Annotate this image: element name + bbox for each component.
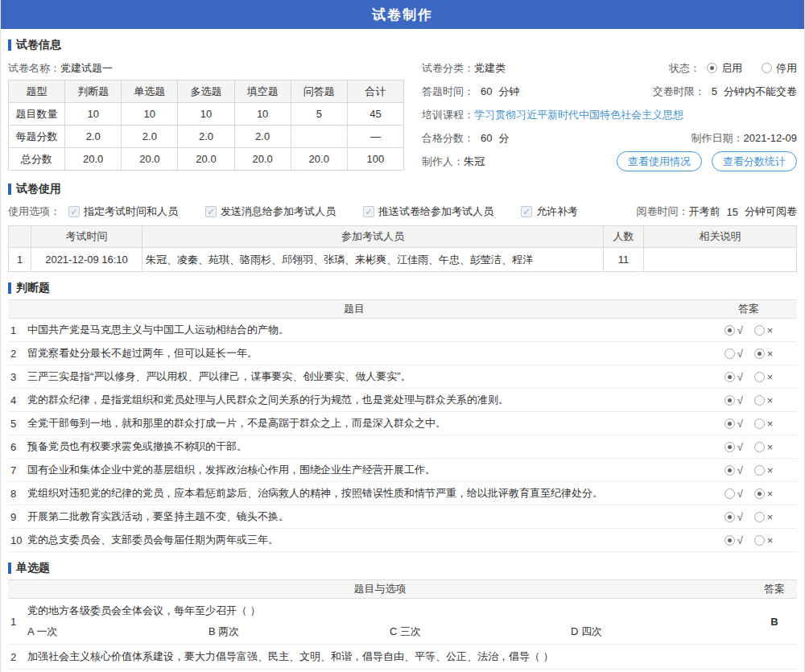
answer-time-label: 答题时间： <box>422 85 474 99</box>
single-col-question: 题目与选项 <box>8 582 752 596</box>
session-time: 2021-12-09 16:10 <box>31 248 142 272</box>
status-disabled-radio[interactable] <box>762 63 772 73</box>
judge-question-row: 8 党组织对违犯党的纪律的党员，应本着惩前毖后、治病救人的精神，按照错误性质和情… <box>8 482 797 505</box>
answer-right-radio[interactable] <box>724 372 735 382</box>
view-usage-button[interactable]: 查看使用情况 <box>617 151 702 171</box>
col-qa: 问答题 <box>291 80 347 103</box>
answer-right-radio[interactable] <box>724 489 735 499</box>
answer-wrong-pair: × <box>754 371 774 383</box>
answer-right-pair: √ <box>724 371 743 383</box>
answer-wrong-pair: × <box>754 511 774 523</box>
question-number: 3 <box>8 371 27 383</box>
status-group: 状态： 启用 停用 <box>669 61 797 76</box>
section-paper-usage-title: 试卷使用 <box>16 182 61 196</box>
question-number: 1 <box>8 324 27 336</box>
question-text: 国有企业和集体企业中党的基层组织，发挥政治核心作用，围绕企业生产经营开展工作。 <box>27 463 700 477</box>
answer-right-radio[interactable] <box>724 535 735 546</box>
app-header: 试卷制作 <box>1 0 804 29</box>
paper-info-body: 试卷名称： 党建试题一 题型 判断题 单选题 多选题 填空题 问答题 合计 <box>8 56 797 173</box>
answer-right-pair: √ <box>724 394 743 406</box>
review-time-label: 阅卷时间： <box>637 204 689 219</box>
wrong-symbol: × <box>767 394 774 406</box>
answer-options: √ × <box>700 371 797 383</box>
table-row-score-total: 总分数 20.0 20.0 20.0 20.0 20.0 100 <box>9 148 404 171</box>
single-question-list: 1 党的地方各级委员会全体会议，每年至少召开（ ） A 一次B 两次C 三次D … <box>8 599 797 670</box>
wrong-symbol: × <box>767 418 774 430</box>
status-enabled-radio[interactable] <box>707 63 717 73</box>
cell: 45 <box>347 103 403 126</box>
col-question-type: 题型 <box>9 80 65 103</box>
judge-col-answer: 答案 <box>700 302 797 316</box>
answer-right-pair: √ <box>724 324 743 336</box>
answer-wrong-radio[interactable] <box>754 325 765 336</box>
paper-name-row: 试卷名称： 党建试题一 <box>8 56 404 80</box>
answer-wrong-pair: × <box>754 464 774 476</box>
checkbox-checked-icon[interactable]: ✓ <box>363 206 374 217</box>
section-marker <box>8 563 11 574</box>
session-row: 1 2021-12-09 16:10 朱冠、凌秦、苑琪、骆雨杉、邱翎羽、张璘、来… <box>9 248 797 272</box>
judge-table-header: 题目 答案 <box>8 299 797 319</box>
question-number: 5 <box>8 418 27 430</box>
category-label: 试卷分类： <box>422 61 474 76</box>
exam-sessions-table: 考试时间 参加考试人员 人数 相关说明 1 2021-12-09 16:10 朱… <box>8 225 797 272</box>
answer-wrong-radio[interactable] <box>754 442 765 452</box>
answer-wrong-radio[interactable] <box>754 535 765 546</box>
wrong-symbol: × <box>767 464 774 476</box>
answer-right-radio[interactable] <box>724 512 735 522</box>
answer-right-radio[interactable] <box>724 465 735 476</box>
cell: 20.0 <box>234 148 291 171</box>
single-table-header: 题目与选项 答案 <box>8 579 797 599</box>
paper-name-value: 党建试题一 <box>60 61 113 76</box>
question-number: 10 <box>8 534 27 546</box>
judge-question-list: 1 中国共产党是马克思主义与中国工人运动相结合的产物。 √ × 2 留党察看处分… <box>8 319 797 552</box>
answer-right-radio[interactable] <box>724 348 735 359</box>
answer-right-radio[interactable] <box>724 442 735 452</box>
course-link[interactable]: 学习贯彻习近平新时代中国特色社会主义思想 <box>474 108 683 122</box>
judge-question-row: 5 全党干部每到一地，就和那里的群众打成一片，不是高踞于群众之上，而是深入群众之… <box>8 412 797 435</box>
session-note <box>644 248 797 272</box>
answer-wrong-pair: × <box>754 441 774 453</box>
answer-wrong-radio[interactable] <box>754 372 765 382</box>
wrong-symbol: × <box>767 348 774 360</box>
cell: 2.0 <box>178 126 234 148</box>
cell: 10 <box>122 103 178 126</box>
course-row: 培训课程： 学习贯彻习近平新时代中国特色社会主义思想 <box>422 103 797 126</box>
question-number: 8 <box>8 488 27 500</box>
answer-right-radio[interactable] <box>724 418 735 429</box>
answer-wrong-radio[interactable] <box>754 465 765 476</box>
session-count: 11 <box>604 248 644 272</box>
course-label: 培训课程： <box>422 108 474 122</box>
question-number: 4 <box>8 394 27 406</box>
answer-wrong-radio[interactable] <box>754 418 765 429</box>
answer-wrong-pair: × <box>754 348 774 360</box>
answer-time-unit: 分钟 <box>498 85 519 99</box>
section-paper-info-header: 试卷信息 <box>8 37 797 53</box>
checkbox-checked-icon[interactable]: ✓ <box>521 206 532 217</box>
judge-question-row: 3 三严三实是指“严以修身、严以用权、严以律己，谋事要实、创业要实、做人要实”。… <box>8 365 797 389</box>
answer-wrong-radio[interactable] <box>754 512 765 522</box>
answer-right-pair: √ <box>724 348 743 360</box>
answer-right-pair: √ <box>724 464 743 476</box>
paper-info-left: 试卷名称： 党建试题一 题型 判断题 单选题 多选题 填空题 问答题 合计 <box>8 56 404 173</box>
submit-limit-unit: 分钟内不能交卷 <box>724 85 797 99</box>
col-blank: 填空题 <box>234 80 291 103</box>
review-time-value: 15 <box>727 206 738 218</box>
answer-wrong-radio[interactable] <box>754 348 765 359</box>
right-symbol: √ <box>737 464 743 476</box>
right-symbol: √ <box>737 371 743 383</box>
answer-wrong-radio[interactable] <box>754 489 765 499</box>
time-limit-row: 答题时间： 60 分钟 交卷时限： 5 分钟内不能交卷 <box>422 80 797 103</box>
usage-options-row: 使用选项： ✓ 指定考试时间和人员 ✓ 发送消息给参加考试人员 ✓ 推送试卷给参… <box>8 200 797 223</box>
right-symbol: √ <box>737 394 743 406</box>
right-symbol: √ <box>737 324 743 336</box>
answer-right-radio[interactable] <box>724 325 735 336</box>
review-time-suffix: 分钟可阅卷 <box>745 204 797 219</box>
answer-right-radio[interactable] <box>724 395 735 406</box>
right-symbol: √ <box>737 488 743 500</box>
answer-wrong-radio[interactable] <box>754 395 765 406</box>
col-exam-time: 考试时间 <box>31 226 142 248</box>
checkbox-checked-icon[interactable]: ✓ <box>68 206 80 217</box>
view-score-stats-button[interactable]: 查看分数统计 <box>712 151 797 171</box>
answer-options: √ × <box>700 511 797 523</box>
checkbox-checked-icon[interactable]: ✓ <box>205 206 217 217</box>
